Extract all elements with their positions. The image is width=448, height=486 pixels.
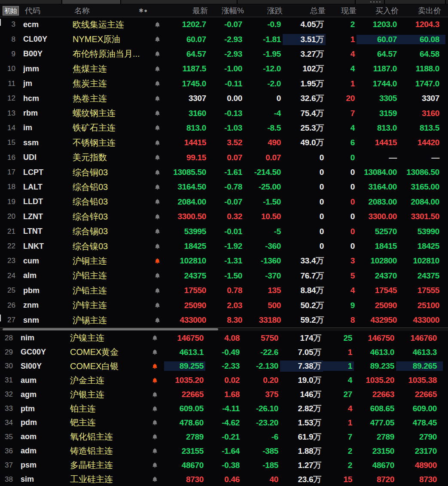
bid-price-cell: 22663 <box>354 390 396 399</box>
bid-price-cell: 3305 <box>357 94 399 103</box>
alert-bell-icon[interactable] <box>154 80 161 87</box>
alert-bell-icon[interactable] <box>152 476 158 483</box>
header-bid-price[interactable]: 买入价 <box>358 6 400 16</box>
alert-bell-icon[interactable] <box>152 434 158 440</box>
alert-bell-icon[interactable] <box>152 363 158 370</box>
quote-row[interactable]: 9B00Y布伦特原油当月...64.57-2.93-1.953.27万464.5… <box>0 47 448 61</box>
volume-cell: 50.2万 <box>283 300 326 311</box>
alert-bell-icon[interactable] <box>152 349 158 355</box>
quote-row[interactable]: 10jmm焦煤主连1187.5-1.00-12.0102万41187.01188… <box>0 61 448 76</box>
current-volume-cell: 4 <box>323 376 354 385</box>
quote-row[interactable]: 18LALT综合铝033164.50-0.78-25.00003164.0031… <box>0 180 448 194</box>
header-initial-button[interactable]: 初始 <box>3 6 19 15</box>
alert-cell <box>145 391 164 398</box>
quote-row[interactable]: 16UDI美元指数99.150.070.0700—— <box>0 150 448 165</box>
contract-name: 沪银主连 <box>70 389 145 400</box>
quote-row[interactable]: 35aom氧化铝主连2789-0.21-661.9万727892790 <box>0 430 445 444</box>
alert-bell-icon[interactable] <box>152 406 158 412</box>
quote-row[interactable]: 23cum沪铜主连102810-1.31-136033.4万3102800102… <box>0 254 448 268</box>
alert-bell-icon[interactable] <box>154 169 161 176</box>
volume-cell: 146万 <box>280 389 323 400</box>
contract-code: alm <box>23 271 58 280</box>
alert-bell-icon[interactable] <box>154 51 161 57</box>
change-percent-cell: 1.68 <box>205 390 241 399</box>
alert-cell <box>145 419 164 426</box>
alert-bell-icon[interactable] <box>154 228 161 235</box>
alert-bell-icon[interactable] <box>154 110 161 116</box>
header-change[interactable]: 涨跌 <box>246 6 284 16</box>
alert-bell-icon[interactable] <box>154 184 161 190</box>
alert-bell-icon[interactable] <box>152 335 158 341</box>
last-price-cell: 8730 <box>164 475 205 484</box>
last-price-cell: 48670 <box>164 461 205 470</box>
alert-cell <box>145 377 164 384</box>
quote-row[interactable]: 37psm多晶硅主连48670-0.38-1851.27万24867048900 <box>0 458 445 472</box>
quote-row[interactable]: 28nim沪镍主连1467504.085750174万2514675014676… <box>0 331 445 345</box>
alert-bell-icon[interactable] <box>152 448 158 454</box>
alert-bell-icon[interactable] <box>154 125 161 131</box>
quote-row[interactable]: 3ecm欧线集运主连1202.7-0.07-0.94.05万21203.0120… <box>0 17 448 32</box>
quote-row[interactable]: 30SI00YCOMEX白银89.255-2.33-2.1307.38万189.… <box>0 359 445 373</box>
contract-name: 沪铝主连 <box>73 270 148 281</box>
alert-bell-icon[interactable] <box>152 391 158 398</box>
alert-bell-icon[interactable] <box>154 287 161 294</box>
quote-row[interactable]: 34pdm钯主连478.60-4.62-23.201.53万1477.05478… <box>0 416 445 430</box>
quote-row[interactable]: 27snm沪锡主连4330008.303318059.2万84329504330… <box>0 313 448 327</box>
quote-row[interactable]: 13rbm螺纹钢主连3160-0.13-475.4万731593160 <box>0 106 448 120</box>
alert-bell-icon[interactable] <box>154 21 161 28</box>
alert-bell-icon[interactable] <box>152 419 158 426</box>
alert-bell-icon[interactable] <box>154 243 161 250</box>
alert-cell <box>148 66 167 72</box>
alert-bell-icon[interactable] <box>154 140 161 146</box>
quote-row[interactable]: 20LZNT综合锌033300.500.3210.50003300.003301… <box>0 209 448 224</box>
row-number: 31 <box>0 376 15 385</box>
alert-bell-icon[interactable] <box>154 258 161 264</box>
header-ask-price[interactable]: 卖出价 <box>400 6 447 16</box>
alert-bell-icon[interactable] <box>152 377 158 384</box>
quote-row[interactable]: 32agm沪银主连226651.68375146万272266322665 <box>0 388 445 402</box>
alert-bell-icon[interactable] <box>154 199 161 205</box>
alert-bell-icon[interactable] <box>154 36 161 43</box>
quote-row[interactable]: 11jm焦炭主连1745.0-0.11-2.01.95万11744.01747.… <box>0 76 448 91</box>
header-code[interactable]: 代码 <box>25 6 59 16</box>
ask-price-cell: 609.00 <box>396 404 443 413</box>
quote-row[interactable]: 14im铁矿石主连813.0-1.03-8.525.3万4813.0813.5 <box>0 121 448 135</box>
alert-bell-icon[interactable] <box>152 462 158 468</box>
splitter-scrollbar-thumb[interactable] <box>3 328 218 330</box>
quote-row[interactable]: 26znm沪锌主连250902.0350050.2万92509025100 <box>0 298 448 312</box>
quote-row[interactable]: 8CL00YNYMEX原油60.07-2.93-1.813.51万160.076… <box>0 32 448 46</box>
header-total-volume[interactable]: 总量 <box>284 6 327 16</box>
quote-row[interactable]: 12hcm热卷主连33070.00032.6万2033053307 <box>0 91 448 106</box>
alert-bell-icon[interactable] <box>154 95 161 102</box>
quote-row[interactable]: 24alm沪铝主连24375-1.50-37076.7万52437024375 <box>0 269 448 283</box>
quote-row[interactable]: 21LTNT综合锡0353995-0.01-5005257053990 <box>0 224 448 238</box>
quote-row[interactable]: 17LCPT综合铜0313085.50-1.61-214.500013084.0… <box>0 165 448 180</box>
quote-row[interactable]: 22LNKT综合镍0318425-1.92-360001841518425 <box>0 239 448 254</box>
alert-bell-icon[interactable] <box>154 302 161 309</box>
header-name[interactable]: 名称 ✱● <box>74 6 149 16</box>
ask-price-cell: 1188.0 <box>399 64 445 73</box>
alert-bell-icon[interactable] <box>154 154 161 161</box>
bid-price-cell: 14415 <box>357 138 399 147</box>
current-volume-cell: 27 <box>323 390 354 399</box>
change-percent-cell: -0.07 <box>208 20 244 29</box>
quote-row[interactable]: 29GC00YCOMEX黄金4613.1-0.49-22.67.05万14613… <box>0 345 445 359</box>
quote-row[interactable]: 15ssm不锈钢主连144153.5249049.0万61441514420 <box>0 135 448 150</box>
header-current-volume[interactable]: 现量 <box>327 6 358 16</box>
quote-row[interactable]: 25pbm沪铅主连175500.781358.84万41754517555 <box>0 283 448 298</box>
quote-row[interactable]: 36adm铸造铝主连23155-1.64-3851.88万22315023170 <box>0 444 445 458</box>
quote-row[interactable]: 31aum沪金主连1035.200.020.2019.0万41035.20103… <box>0 373 445 388</box>
header-change-percent[interactable]: 涨幅% <box>210 6 246 16</box>
alert-bell-icon[interactable] <box>154 66 161 72</box>
alert-bell-icon[interactable] <box>154 317 161 324</box>
header-last-price[interactable]: 最新 <box>168 6 210 16</box>
current-volume-cell: 4 <box>323 404 354 413</box>
quote-row[interactable]: 19LLDT综合铅032084.00-0.07-1.50002083.00208… <box>0 195 448 209</box>
quote-row[interactable]: 33ptm铂主连609.05-4.11-26.102.82万4608.65609… <box>0 402 445 416</box>
row-number: 11 <box>0 79 17 88</box>
alert-bell-icon[interactable] <box>154 272 161 279</box>
quote-row[interactable]: 38sim工业硅主连87300.464023.6万1587208730 <box>0 472 445 486</box>
pane-splitter[interactable] <box>0 327 448 331</box>
alert-bell-icon[interactable] <box>154 214 161 220</box>
bid-price-cell: 146750 <box>354 333 396 343</box>
